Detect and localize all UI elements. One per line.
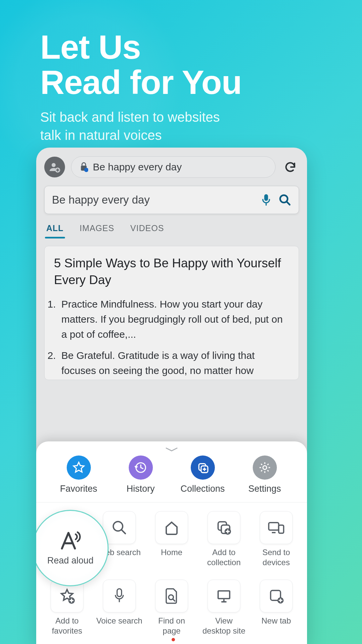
result-item-2: Be Grateful. Gratitude is a way of livin…	[59, 348, 289, 378]
svg-rect-14	[269, 523, 279, 530]
history-label: History	[126, 484, 155, 494]
sheet-drag-handle[interactable]	[36, 445, 307, 455]
address-bar[interactable]: Be happy every day	[71, 156, 276, 178]
reload-icon	[284, 161, 297, 173]
add-collection-label: Add to collection	[200, 547, 247, 568]
read-aloud-highlight-label: Read aloud	[47, 555, 94, 566]
sheet-favorites[interactable]: Favorites	[55, 455, 102, 494]
view-desktop-label: View desktop site	[200, 616, 247, 636]
hero-sub-line1: Sit back and listen to websites	[40, 110, 220, 124]
action-view-desktop[interactable]: View desktop site	[198, 580, 250, 636]
search-icon	[103, 511, 136, 544]
hero-subtitle: Sit back and listen to websites talk in …	[40, 108, 242, 144]
lock-shield-icon	[79, 162, 88, 172]
address-text: Be happy every day	[93, 161, 182, 173]
home-icon	[155, 511, 188, 544]
home-label: Home	[161, 547, 182, 557]
tab-videos[interactable]: VIDEOS	[130, 223, 164, 238]
profile-avatar[interactable]	[44, 157, 65, 177]
add-collection-icon	[207, 511, 240, 544]
svg-point-9	[263, 466, 266, 469]
result-title: 5 Simple Ways to Be Happy with Yourself …	[54, 255, 289, 288]
action-add-favorites[interactable]: Add to favorites	[41, 580, 93, 636]
action-new-tab[interactable]: New tab	[250, 580, 302, 636]
settings-label: Settings	[248, 484, 281, 494]
favorites-label: Favorites	[60, 484, 97, 494]
person-add-icon	[49, 161, 61, 173]
action-home[interactable]: Home	[145, 511, 198, 568]
browser-top-bar: Be happy every day	[36, 148, 307, 181]
star-icon	[67, 455, 91, 480]
search-input[interactable]	[52, 194, 254, 206]
send-devices-icon	[260, 511, 293, 544]
action-send-devices[interactable]: Send to devices	[250, 511, 302, 568]
svg-rect-17	[117, 589, 121, 596]
voice-search-label: Voice search	[96, 616, 142, 626]
tab-images[interactable]: IMAGES	[80, 223, 114, 238]
indicator-dot	[172, 638, 175, 641]
svg-point-0	[52, 163, 56, 167]
hero-sub-line2: talk in natural voices	[40, 128, 162, 143]
desktop-icon	[207, 580, 240, 612]
action-voice-search[interactable]: Voice search	[93, 580, 145, 636]
search-icon[interactable]	[279, 194, 291, 206]
svg-rect-4	[264, 194, 268, 201]
read-aloud-icon	[59, 531, 81, 551]
hero: Let Us Read for You Sit back and listen …	[40, 30, 242, 144]
collections-label: Collections	[180, 484, 225, 494]
action-add-collection[interactable]: Add to collection	[198, 511, 250, 568]
send-devices-label: Send to devices	[253, 547, 300, 568]
action-find-on-page[interactable]: Find on page	[145, 580, 198, 636]
mic-icon[interactable]	[260, 193, 272, 207]
history-icon	[129, 455, 153, 480]
phone-frame: Be happy every day ALL IMAGES VIDEOS	[36, 148, 307, 644]
result-tabs: ALL IMAGES VIDEOS	[36, 214, 307, 238]
find-on-page-icon	[155, 580, 188, 612]
sheet-collections[interactable]: Collections	[179, 455, 226, 494]
mic-icon	[103, 580, 136, 612]
collections-icon	[191, 455, 215, 480]
new-tab-label: New tab	[261, 616, 291, 626]
gear-icon	[253, 455, 277, 480]
search-box[interactable]	[44, 186, 299, 214]
svg-point-18	[169, 595, 173, 599]
reload-button[interactable]	[282, 158, 299, 176]
search-result-card[interactable]: 5 Simple Ways to Be Happy with Yourself …	[44, 246, 299, 380]
sheet-settings[interactable]: Settings	[241, 455, 288, 494]
result-list: Practice Mindfulness. How you start your…	[54, 297, 289, 378]
hero-title-line1: Let Us	[40, 28, 141, 66]
add-favorites-label: Add to favorites	[44, 616, 90, 636]
hero-title-line2: Read for You	[40, 63, 242, 101]
new-tab-icon	[260, 580, 293, 612]
svg-rect-20	[219, 592, 229, 598]
hero-title: Let Us Read for You	[40, 30, 242, 100]
sheet-history[interactable]: History	[117, 455, 164, 494]
svg-rect-15	[279, 525, 284, 533]
find-on-page-label: Find on page	[148, 616, 195, 636]
result-item-1: Practice Mindfulness. How you start your…	[59, 297, 289, 342]
tab-all[interactable]: ALL	[46, 223, 64, 238]
